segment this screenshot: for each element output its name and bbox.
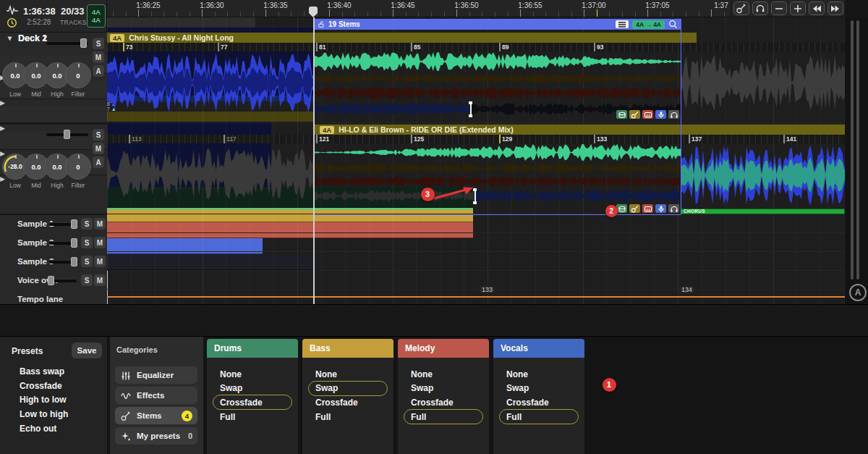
bass-option-crossfade[interactable]: Crossfade xyxy=(308,395,388,410)
fast-forward-button[interactable] xyxy=(827,1,843,15)
chorus-section-label[interactable]: CHORUS xyxy=(681,209,845,214)
track2-title-bar[interactable]: 4AHI-LO & Eli Brown - RIDE OR DIE (Exten… xyxy=(314,125,845,135)
track1-vocals-stem-active-waveform[interactable] xyxy=(315,101,470,117)
lane-s-button[interactable]: S xyxy=(81,256,93,267)
track1-title-bar[interactable]: 4AChris Stussy - All Night Long xyxy=(107,33,697,43)
preset-item-high-to-low[interactable]: High to low xyxy=(20,395,67,405)
vocals-option-swap[interactable]: Swap xyxy=(499,381,579,396)
vocals-option-none[interactable]: None xyxy=(499,366,579,382)
slider-thumb[interactable] xyxy=(71,219,77,229)
timeline-ruler[interactable]: 1:36:251:36:301:36:351:36:401:36:451:36:… xyxy=(107,0,731,17)
deck-s-button[interactable]: S xyxy=(93,38,104,49)
slider-thumb[interactable] xyxy=(48,276,54,285)
deck-m-button[interactable]: M xyxy=(93,51,104,63)
vocals-stem-icon-t2[interactable] xyxy=(655,204,666,213)
track1-drums-stem-waveform[interactable] xyxy=(315,51,681,72)
category-effects[interactable]: Effects xyxy=(115,387,197,404)
track1-vocals-stem-muted[interactable] xyxy=(107,254,318,270)
track2-bass-stem-waveform[interactable] xyxy=(315,162,681,175)
monitor-stem-icon-t1[interactable] xyxy=(668,110,679,119)
chevron-right-icon[interactable]: ▶ xyxy=(0,99,107,106)
vocals-split-marker-2[interactable] xyxy=(475,188,476,204)
deck-a-button[interactable]: A xyxy=(93,156,104,168)
bass-stem-icon-t1[interactable] xyxy=(629,110,640,119)
chevron-right-icon[interactable]: ▶ xyxy=(0,125,107,132)
category-my-presets[interactable]: My presets0 xyxy=(115,427,197,445)
lane-volume-slider[interactable] xyxy=(49,222,78,226)
vocals-split-marker[interactable] xyxy=(470,101,472,117)
track2-drums-stem-waveform[interactable] xyxy=(315,143,681,161)
lane-s-button[interactable]: S xyxy=(81,274,93,286)
drums-option-none[interactable]: None xyxy=(213,366,292,382)
melody-stem-icon-t1[interactable] xyxy=(642,110,653,119)
deck-m-button[interactable]: M xyxy=(93,143,104,154)
bass-option-full[interactable]: Full xyxy=(308,409,388,424)
slider-thumb[interactable] xyxy=(71,238,77,248)
category-equalizer[interactable]: Equalizer xyxy=(115,366,197,384)
preset-item-crossfade[interactable]: Crossfade xyxy=(20,381,62,391)
slider-thumb[interactable] xyxy=(71,257,77,266)
track1-bass-stem-waveform[interactable] xyxy=(315,72,681,85)
drums-stem-icon-t1[interactable] xyxy=(616,110,627,119)
save-preset-button[interactable]: Save xyxy=(72,342,102,358)
rewind-button[interactable] xyxy=(809,1,825,15)
stems-tool-button[interactable] xyxy=(733,1,749,15)
master-key-badge[interactable]: 4A 4A xyxy=(87,4,106,28)
lane-volume-slider[interactable] xyxy=(49,241,78,245)
melody-stem-icon-t2[interactable] xyxy=(642,204,653,213)
lane-volume-slider[interactable] xyxy=(48,279,77,282)
stems-panel-header[interactable]: 19 Stems 4A → 4A xyxy=(314,19,681,30)
deck-header-2[interactable]: ▼Deck 2 xyxy=(0,44,91,56)
track2-melody-stem-waveform[interactable] xyxy=(315,175,681,188)
slider-thumb[interactable] xyxy=(80,38,87,48)
vertical-scrollbar[interactable] xyxy=(851,20,854,279)
bass-option-swap[interactable]: Swap xyxy=(308,381,388,396)
vocals-option-crossfade[interactable]: Crossfade xyxy=(499,395,579,410)
slider-thumb[interactable] xyxy=(64,130,70,139)
playhead[interactable] xyxy=(313,17,315,304)
deck-volume-slider[interactable] xyxy=(46,133,88,136)
drums-option-crossfade[interactable]: Crossfade xyxy=(213,395,292,410)
lane-m-button[interactable]: M xyxy=(94,237,106,248)
knob-filter[interactable]: 0 xyxy=(65,62,91,88)
track1-melody-stem-waveform[interactable] xyxy=(315,85,681,101)
bass-stem-icon-t2[interactable] xyxy=(629,204,640,213)
category-stems[interactable]: Stems4 xyxy=(115,407,197,424)
track2-dim-waveform[interactable] xyxy=(107,143,313,204)
knob-filter[interactable]: 0 xyxy=(65,154,91,180)
melody-option-none[interactable]: None xyxy=(404,366,483,382)
monitor-stem-icon-t2[interactable] xyxy=(668,204,679,213)
melody-option-crossfade[interactable]: Crossfade xyxy=(404,395,483,410)
chevron-down-icon[interactable]: ▼ xyxy=(7,35,13,42)
lane-volume-slider[interactable] xyxy=(49,260,78,264)
melody-option-full[interactable]: Full xyxy=(404,409,483,424)
lane-s-button[interactable]: S xyxy=(81,237,93,248)
tempo-automation-line[interactable] xyxy=(107,296,845,298)
track2-vocals-stem-active-waveform[interactable] xyxy=(475,188,681,203)
track1-waveform[interactable] xyxy=(107,51,313,114)
arrangement-area[interactable]: 19 Stems 4A → 4A 4AChris Stussy - All Ni… xyxy=(107,17,845,304)
vocals-option-full[interactable]: Full xyxy=(499,409,579,424)
zoom-in-button[interactable] xyxy=(790,1,806,15)
lane-m-button[interactable]: M xyxy=(94,256,106,267)
vertical-scrollbar-2[interactable] xyxy=(856,20,859,279)
lane-s-button[interactable]: S xyxy=(81,218,93,230)
drums-option-full[interactable]: Full xyxy=(213,409,292,424)
track1-dim-waveform[interactable] xyxy=(681,51,845,114)
next-clip-title-bar[interactable] xyxy=(107,17,255,28)
track1-bass-stem[interactable] xyxy=(107,209,473,222)
lane-m-button[interactable]: M xyxy=(94,218,106,230)
drums-option-swap[interactable]: Swap xyxy=(213,381,292,396)
lane-m-button[interactable]: M xyxy=(94,274,106,286)
zoom-icon[interactable] xyxy=(668,20,678,29)
zoom-out-button[interactable] xyxy=(771,1,787,15)
deck-a-button[interactable]: A xyxy=(93,65,104,77)
track2-waveform[interactable] xyxy=(681,143,845,207)
headphones-button[interactable] xyxy=(752,1,768,15)
bass-option-none[interactable]: None xyxy=(308,366,388,382)
deck-volume-slider[interactable] xyxy=(46,41,88,45)
vocals-stem-icon-t1[interactable] xyxy=(655,110,666,119)
preset-item-low-to-high[interactable]: Low to high xyxy=(20,409,68,419)
track1-melody-stem[interactable] xyxy=(107,222,473,238)
deck-s-button[interactable]: S xyxy=(93,129,104,140)
